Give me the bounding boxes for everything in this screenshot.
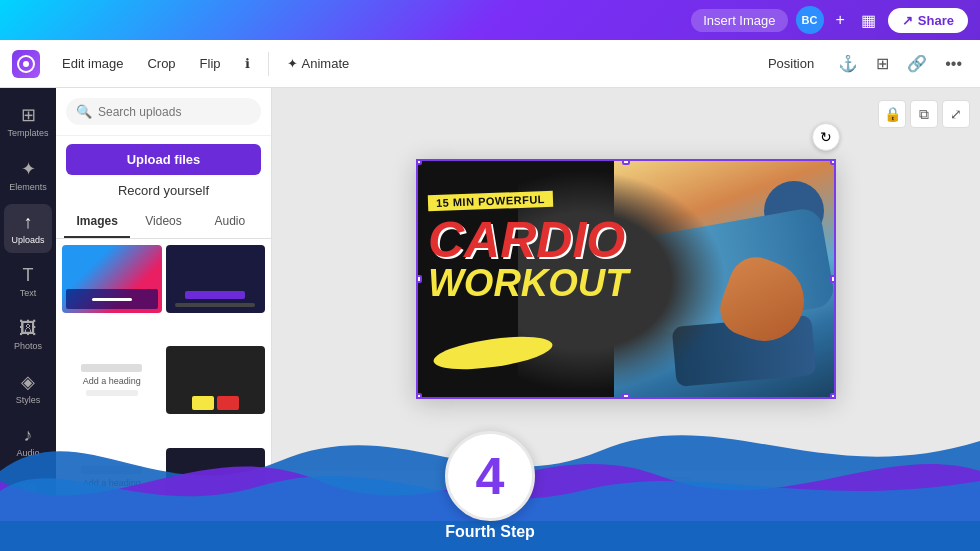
elements-icon: ✦ <box>21 158 36 180</box>
copy-button[interactable]: ⧉ <box>910 100 938 128</box>
audio-icon: ♪ <box>24 425 33 446</box>
sidebar-item-styles[interactable]: ◈ Styles <box>4 363 52 413</box>
text-workout: WORKOUT <box>428 264 628 302</box>
list-item[interactable]: Add a heading <box>62 346 162 414</box>
text-cardio: CARDIO <box>428 217 628 265</box>
design-canvas-container: 15 MIN POWERFUL CARDIO WORKOUT <box>416 159 836 399</box>
sidebar-item-uploads[interactable]: ↑ Uploads <box>4 204 52 253</box>
help-button[interactable]: ? <box>959 523 968 542</box>
canva-logo <box>12 50 40 78</box>
canva-logo-icon <box>17 55 35 73</box>
resize-handle-bl[interactable] <box>416 393 422 399</box>
canvas-text-area: 15 MIN POWERFUL CARDIO WORKOUT <box>428 191 628 303</box>
notes-button[interactable]: 📝 Notes <box>284 525 340 540</box>
grid-view-button[interactable]: ⊞ <box>917 523 930 542</box>
trash-icon: 🗑 <box>671 484 684 499</box>
animate-icon: ✦ <box>287 56 298 71</box>
background-icon: ▦ <box>20 478 37 500</box>
resize-handle-tl[interactable] <box>416 159 422 165</box>
svg-point-1 <box>23 61 29 67</box>
sidebar-item-templates[interactable]: ⊞ Templates <box>4 96 52 146</box>
uploads-tabs: Images Videos Audio <box>56 206 271 239</box>
toolbar-divider <box>268 52 269 76</box>
rotate-handle[interactable]: ↻ <box>812 123 840 151</box>
add-page-button[interactable]: + Add page <box>560 478 650 505</box>
toolbar: Edit image Crop Flip ℹ ✦ Animate Positio… <box>0 40 980 88</box>
link-icon-button[interactable]: 🔗 <box>901 50 933 77</box>
uploads-search: 🔍 <box>56 88 271 136</box>
text-15min: 15 MIN POWERFUL <box>428 190 553 210</box>
share-icon: ↗ <box>902 13 913 28</box>
fullscreen-button[interactable]: ⤢ <box>938 523 951 542</box>
resize-handle-mr[interactable] <box>830 275 836 283</box>
info-button[interactable]: ℹ <box>235 50 260 77</box>
insert-image-label: Insert Image <box>703 13 775 28</box>
share-button[interactable]: ↗ Share <box>888 8 968 33</box>
sidebar-item-photos[interactable]: 🖼 Photos <box>4 310 52 359</box>
list-item[interactable] <box>62 245 162 313</box>
search-input[interactable] <box>98 105 251 119</box>
canvas-bottom-bar: + Add page 🗑 <box>272 469 980 513</box>
flip-button[interactable]: Flip <box>190 50 231 77</box>
list-item[interactable] <box>166 448 266 516</box>
uploads-icon: ↑ <box>24 212 33 233</box>
list-item[interactable] <box>166 245 266 313</box>
top-bar: Insert Image BC + ▦ ↗ Share <box>0 0 980 40</box>
position-button[interactable]: Position <box>756 50 826 77</box>
resize-handle-tr[interactable] <box>830 159 836 165</box>
insert-image-button[interactable]: Insert Image <box>691 9 787 32</box>
canvas-wrapper: 🔒 ⧉ ⤢ 1 <box>272 88 980 469</box>
record-yourself-button[interactable]: Record yourself <box>56 179 271 206</box>
list-item[interactable]: Add a heading <box>62 448 162 516</box>
main-area: ⊞ Templates ✦ Elements ↑ Uploads T Text … <box>0 88 980 551</box>
upload-files-button[interactable]: Upload files <box>66 144 261 175</box>
resize-handle-ml[interactable] <box>416 275 422 283</box>
notes-right: ⊞ ⤢ ? <box>917 523 968 542</box>
crop-button[interactable]: Crop <box>137 50 185 77</box>
left-sidebar: ⊞ Templates ✦ Elements ↑ Uploads T Text … <box>0 88 56 551</box>
canvas-area: 🔒 ⧉ ⤢ 1 <box>272 88 980 551</box>
list-item[interactable] <box>166 346 266 414</box>
avatar[interactable]: BC <box>796 6 824 34</box>
sidebar-item-text[interactable]: T Text <box>4 257 52 306</box>
tab-images[interactable]: Images <box>64 206 130 238</box>
chart-icon[interactable]: ▦ <box>857 7 880 34</box>
anchor-icon-button[interactable]: ⚓ <box>832 50 864 77</box>
tab-audio[interactable]: Audio <box>197 206 263 238</box>
edit-image-button[interactable]: Edit image <box>52 50 133 77</box>
sidebar-item-background[interactable]: ▦ Background <box>4 470 52 520</box>
animate-button[interactable]: ✦ Animate <box>277 50 360 77</box>
tab-videos[interactable]: Videos <box>130 206 196 238</box>
search-icon: 🔍 <box>76 104 92 119</box>
templates-icon: ⊞ <box>21 104 36 126</box>
resize-handle-br[interactable] <box>830 393 836 399</box>
lock-button[interactable]: 🔒 <box>878 100 906 128</box>
expand-button[interactable]: ⤢ <box>942 100 970 128</box>
photos-icon: 🖼 <box>19 318 37 339</box>
grid-icon-button[interactable]: ⊞ <box>870 50 895 77</box>
sidebar-item-audio[interactable]: ♪ Audio <box>4 417 52 466</box>
text-icon: T <box>23 265 34 286</box>
plus-icon[interactable]: + <box>832 7 849 33</box>
search-wrapper: 🔍 <box>66 98 261 125</box>
info-icon: ℹ <box>245 56 250 71</box>
toolbar-right: Position ⚓ ⊞ 🔗 ••• <box>756 50 968 77</box>
styles-icon: ◈ <box>21 371 35 393</box>
notes-icon: 📝 <box>284 525 300 540</box>
more-options-button[interactable]: ••• <box>939 51 968 77</box>
delete-page-button[interactable]: 🗑 <box>662 477 692 507</box>
uploads-panel: 🔍 Upload files Record yourself Images Vi… <box>56 88 272 551</box>
notes-bar: 📝 Notes ⊞ ⤢ ? <box>272 513 980 551</box>
design-canvas[interactable]: 15 MIN POWERFUL CARDIO WORKOUT <box>416 159 836 399</box>
uploads-grid: Add a heading Add a heading <box>56 239 271 551</box>
sidebar-item-elements[interactable]: ✦ Elements <box>4 150 52 200</box>
